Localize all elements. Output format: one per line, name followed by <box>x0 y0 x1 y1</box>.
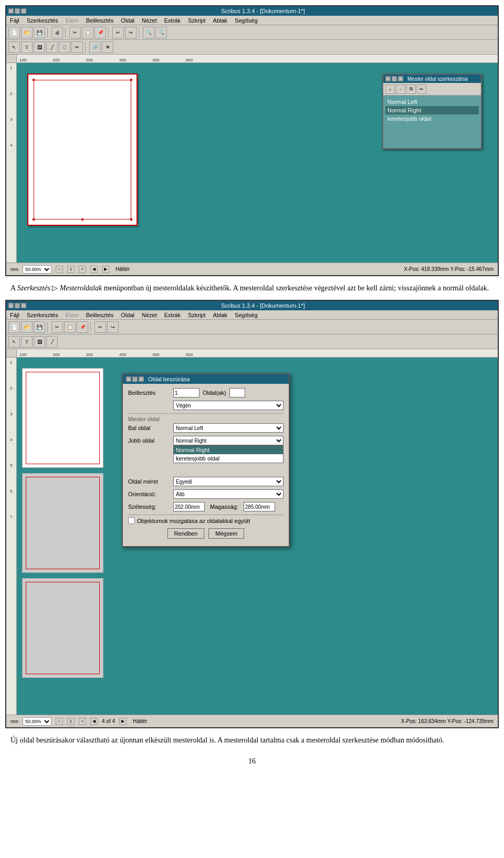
redo-btn[interactable]: ↪ <box>125 27 136 38</box>
text-btn[interactable]: T <box>21 41 33 53</box>
close-btn-1[interactable]: × <box>8 8 14 14</box>
menu-szerkesztes-1[interactable]: Szerkesztés <box>25 17 60 24</box>
text-btn-2[interactable]: T <box>21 336 33 348</box>
new-btn[interactable]: 📄 <box>8 27 20 38</box>
menu-oldal-2[interactable]: Oldal <box>119 312 136 318</box>
menu-segitseg-1[interactable]: Segítség <box>233 17 259 24</box>
mp-item-normal-right[interactable]: Normal Right <box>385 106 479 114</box>
close-btn-2[interactable]: × <box>8 303 14 308</box>
dropdown-keretes[interactable]: keretesjobb oldal <box>174 454 283 463</box>
menu-elem-1[interactable]: Elem <box>64 17 80 24</box>
undo-btn-2[interactable]: ↩ <box>94 321 106 333</box>
mp-close-btn[interactable]: × <box>385 76 391 81</box>
zoom-in-sb-1[interactable]: + <box>79 266 86 273</box>
link-btn[interactable]: 🔗 <box>89 41 101 53</box>
orient-select[interactable]: Álló <box>173 489 284 499</box>
prev-page-2[interactable]: ◀ <box>90 718 98 725</box>
zoom-out-sb-2[interactable]: − <box>56 718 63 725</box>
zoom-in-sb-2[interactable]: + <box>79 718 86 725</box>
img-btn[interactable]: 🖼 <box>34 41 45 53</box>
eye-btn[interactable]: 👁 <box>102 41 113 53</box>
mp-x-btn[interactable]: × <box>398 76 403 81</box>
insert-page-dialog[interactable]: × _ × Oldal beszúrása Beillesztés Oldal(… <box>122 373 290 547</box>
zoom-select-2[interactable]: 50.00% <box>23 717 51 726</box>
menu-szkript-2[interactable]: Szkript <box>186 312 207 318</box>
menu-extrak-2[interactable]: Extrák <box>163 312 182 318</box>
undo-btn[interactable]: ↩ <box>112 27 124 38</box>
menu-extrak-1[interactable]: Extrák <box>163 17 182 24</box>
line-btn[interactable]: ╱ <box>46 41 58 53</box>
redo-btn-2[interactable]: ↪ <box>107 321 119 333</box>
master-page-panel[interactable]: × _ × Mester oldal szerkesztése + − ⧉ ✏ … <box>382 74 482 149</box>
menu-beillesztes-2[interactable]: Beillesztés <box>85 312 116 318</box>
line-btn-2[interactable]: ╱ <box>46 336 58 348</box>
menu-elem-2[interactable]: Elem <box>64 312 80 318</box>
max-btn-1[interactable]: □ <box>21 8 26 14</box>
open-btn-2[interactable]: 📂 <box>21 321 33 333</box>
new-btn-2[interactable]: 📄 <box>8 321 20 333</box>
menu-szerkesztes-2[interactable]: Szerkesztés <box>25 312 60 318</box>
min-btn-2[interactable]: _ <box>15 303 20 308</box>
width-input[interactable] <box>173 502 205 511</box>
select-btn-2[interactable]: ↖ <box>8 336 20 348</box>
cut-btn-2[interactable]: ✂ <box>51 321 63 333</box>
min-btn-1[interactable]: _ <box>15 8 20 14</box>
dialog-x-btn[interactable]: × <box>139 376 144 382</box>
dialog-close-btn[interactable]: × <box>126 376 131 382</box>
mp-edit-btn[interactable]: ✏ <box>417 85 426 94</box>
next-page-1[interactable]: ▶ <box>102 266 109 273</box>
shape-btn[interactable]: □ <box>59 41 70 53</box>
menu-ablak-1[interactable]: Ablak <box>212 17 229 24</box>
left-page-select[interactable]: Normal Left <box>173 423 284 433</box>
zoom-out-sb-1[interactable]: − <box>56 266 63 273</box>
prev-page-1[interactable]: ◀ <box>90 266 98 273</box>
menu-fajl-2[interactable]: Fájl <box>8 312 21 318</box>
zoom-normal-2[interactable]: 1 <box>67 718 75 725</box>
open-btn[interactable]: 📂 <box>21 27 33 38</box>
copy-btn[interactable]: 📋 <box>82 27 93 38</box>
dialog-min-btn[interactable]: _ <box>132 376 138 382</box>
mp-item-normal-left[interactable]: Normal Left <box>385 98 479 106</box>
save-btn-2[interactable]: 💾 <box>34 321 45 333</box>
zoom-normal-1[interactable]: 1 <box>67 266 75 273</box>
cancel-button[interactable]: Mégsem <box>208 528 244 539</box>
zoom-in-btn[interactable]: 🔍 <box>143 27 154 38</box>
menu-fajl-1[interactable]: Fájl <box>8 17 21 24</box>
mp-min-btn[interactable]: _ <box>392 76 397 81</box>
menu-szkript-1[interactable]: Szkript <box>186 17 207 24</box>
menu-oldal-1[interactable]: Oldal <box>119 17 136 24</box>
paste-btn-2[interactable]: 📌 <box>77 321 88 333</box>
dropdown-normal-right[interactable]: Normal Right <box>174 446 283 454</box>
mp-dup-btn[interactable]: ⧉ <box>406 85 416 94</box>
mp-item-keretes[interactable]: keretesjobb oldal <box>385 114 479 123</box>
position-select[interactable]: Végén <box>173 401 284 410</box>
max-btn-2[interactable]: □ <box>21 303 26 308</box>
page-size-select[interactable]: Egyedi <box>173 477 284 486</box>
save-btn[interactable]: 💾 <box>34 27 45 38</box>
ruler-h-2: 100 200 300 400 500 600 <box>17 349 498 358</box>
mp-add-btn[interactable]: + <box>385 85 395 94</box>
move-objects-checkbox[interactable] <box>128 517 135 524</box>
cut-btn[interactable]: ✂ <box>69 27 81 38</box>
insert-value-input[interactable] <box>173 388 200 397</box>
img-btn-2[interactable]: 🖼 <box>34 336 45 348</box>
ok-button[interactable]: Rendben <box>167 528 205 539</box>
paste-btn[interactable]: 📌 <box>94 27 106 38</box>
menu-ablak-2[interactable]: Ablak <box>212 312 229 318</box>
pages-input[interactable] <box>229 388 245 397</box>
select-btn[interactable]: ↖ <box>8 41 20 53</box>
mp-del-btn[interactable]: − <box>396 85 405 94</box>
print-btn[interactable]: 🖨 <box>51 27 63 38</box>
zoom-select-1[interactable]: 50.00% <box>23 265 51 274</box>
zoom-out-btn[interactable]: 🔍 <box>155 27 167 38</box>
menu-nezet-2[interactable]: Nézet <box>140 312 159 318</box>
right-page-select[interactable]: Normal Right <box>173 436 284 445</box>
pen-btn[interactable]: ✏ <box>71 41 83 53</box>
height-input[interactable] <box>244 502 275 511</box>
menu-nezet-1[interactable]: Nézet <box>140 17 159 24</box>
menu-beillesztes-1[interactable]: Beillesztés <box>85 17 116 24</box>
next-page-2[interactable]: ▶ <box>119 718 127 725</box>
copy-btn-2[interactable]: 📋 <box>64 321 76 333</box>
right-page-dropdown[interactable]: Normal Right keretesjobb oldal <box>173 445 284 463</box>
menu-segitseg-2[interactable]: Segítség <box>233 312 259 318</box>
